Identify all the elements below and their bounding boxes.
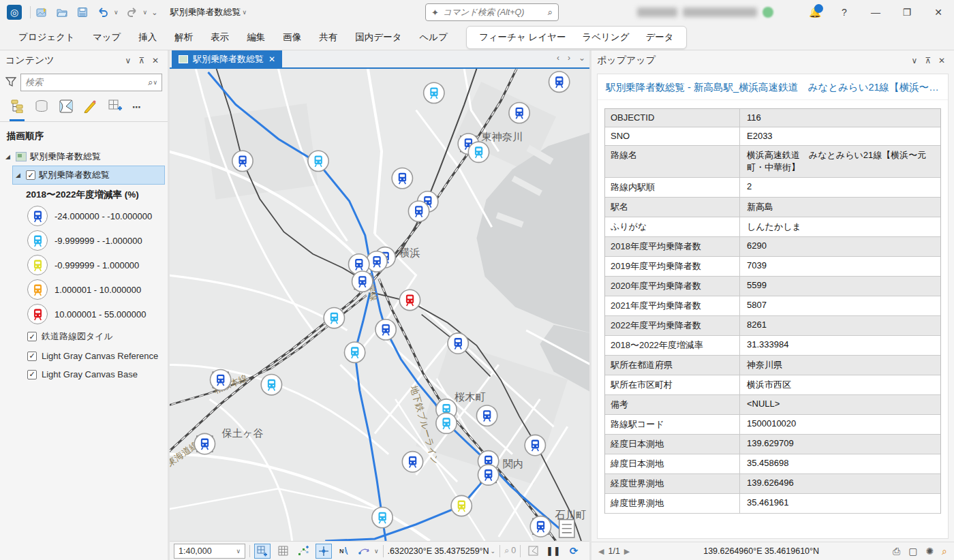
layer-checkbox[interactable]: ✓	[27, 352, 37, 361]
station-marker[interactable]	[451, 495, 472, 516]
undo-dropdown-icon[interactable]: ∨	[114, 9, 119, 16]
redo-dropdown-icon[interactable]: ∨	[143, 9, 148, 16]
station-marker[interactable]	[210, 369, 230, 390]
flash-feature-icon[interactable]: ✺	[925, 546, 934, 557]
station-marker-selected[interactable]	[399, 290, 420, 310]
pane-menu-chevron-icon[interactable]: ∨	[908, 56, 921, 65]
station-marker[interactable]	[476, 405, 497, 426]
station-marker[interactable]	[308, 151, 328, 171]
magnifier-icon[interactable]: ⌕	[942, 546, 947, 557]
contextual-tab-ラベリング[interactable]: ラベリング	[574, 28, 637, 47]
pin-icon[interactable]: ⊼	[921, 56, 935, 65]
tab-scroll-right-icon[interactable]: ›	[568, 53, 570, 63]
tool-dropdown-icon[interactable]: ∨	[374, 548, 379, 555]
tree-layer-selected[interactable]: ◢ ✓ 駅別乗降者数総覧	[12, 166, 165, 185]
tree-map-group[interactable]: ◢ 駅別乗降者数総覧	[3, 148, 165, 166]
select-tool-icon[interactable]	[525, 544, 541, 559]
station-marker[interactable]	[408, 201, 429, 221]
coords-dropdown-icon[interactable]: ⌄	[491, 548, 496, 555]
redo-icon[interactable]	[125, 5, 139, 19]
station-marker[interactable]	[261, 375, 281, 395]
restore-button[interactable]: ❐	[891, 0, 923, 25]
layer-checkbox[interactable]: ✓	[27, 370, 37, 379]
tab-new-layout[interactable]	[108, 99, 123, 121]
station-marker[interactable]	[468, 142, 489, 162]
ribbon-tab-プロジェクト[interactable]: プロジェクト	[10, 27, 84, 48]
station-marker[interactable]	[232, 151, 253, 171]
minimize-button[interactable]: —	[860, 0, 891, 25]
ribbon-tab-マップ[interactable]: マップ	[84, 27, 129, 48]
station-marker[interactable]	[424, 82, 444, 103]
layer-row[interactable]: ✓鉄道路線図タイル	[3, 326, 165, 347]
expander-icon[interactable]: ◢	[16, 172, 22, 178]
station-marker[interactable]	[549, 72, 570, 92]
station-marker[interactable]	[324, 308, 344, 328]
legend-item[interactable]: -0.999999 - 1.000000	[3, 253, 165, 277]
scale-select[interactable]: 1:40,000 ∨	[174, 544, 245, 559]
station-marker[interactable]	[372, 508, 393, 528]
ribbon-tab-表示[interactable]: 表示	[202, 27, 238, 48]
close-pane-icon[interactable]: ✕	[935, 56, 949, 65]
search-icon[interactable]: ⌕	[148, 77, 153, 88]
ribbon-tab-解析[interactable]: 解析	[166, 27, 202, 48]
layer-row[interactable]: ✓Light Gray Canvas Base	[3, 365, 165, 384]
tab-list-by-drawing-order[interactable]	[10, 99, 25, 121]
north-arrow-icon[interactable]: N	[336, 544, 352, 559]
tab-list-icon[interactable]: ⌄	[579, 53, 585, 63]
command-search-box[interactable]: ✦ コマンド検索 (Alt+Q) ⌕	[425, 3, 559, 21]
map-view-tab[interactable]: 駅別乗降者数総覧 ✕	[172, 50, 282, 67]
legend-item[interactable]: -24.000000 - -10.000000	[3, 204, 165, 228]
station-marker[interactable]	[392, 168, 412, 188]
close-button[interactable]: ✕	[923, 0, 954, 25]
next-feature-icon[interactable]: ▶	[624, 547, 630, 556]
grid-icon[interactable]	[275, 544, 291, 559]
contextual-tab-データ[interactable]: データ	[638, 28, 682, 47]
help-button[interactable]: ?	[829, 0, 860, 25]
station-marker[interactable]	[367, 251, 387, 272]
layer-checkbox[interactable]: ✓	[27, 332, 37, 341]
ribbon-tab-共有[interactable]: 共有	[310, 27, 346, 48]
ribbon-tab-挿入[interactable]: 挿入	[129, 27, 166, 48]
station-marker[interactable]	[344, 342, 365, 362]
station-marker[interactable]	[525, 435, 545, 455]
ribbon-tab-ヘルプ[interactable]: ヘルプ	[411, 27, 457, 48]
close-tab-icon[interactable]: ✕	[268, 55, 275, 64]
tab-scroll-left-icon[interactable]: ‹	[557, 53, 559, 63]
undo-icon[interactable]	[96, 5, 110, 19]
print-icon[interactable]: ⎙	[893, 546, 900, 557]
notifications-bell-icon[interactable]: 🔔	[801, 6, 829, 18]
layer-row[interactable]: ✓Light Gray Canvas Reference	[3, 347, 165, 365]
prev-feature-icon[interactable]: ◀	[598, 547, 604, 556]
save-project-icon[interactable]	[76, 5, 89, 19]
selection-count-icon[interactable]: ⌕0	[504, 546, 516, 556]
search-dropdown-icon[interactable]: ∨	[153, 79, 157, 86]
contents-search-input[interactable]: 検索 ⌕ ∨	[20, 74, 162, 91]
edit-vertices-icon[interactable]	[295, 544, 311, 559]
filter-funnel-icon[interactable]	[5, 76, 16, 89]
station-marker[interactable]	[436, 413, 457, 433]
station-marker[interactable]	[530, 516, 551, 537]
zoom-to-feature-icon[interactable]: ▢	[908, 546, 917, 557]
tab-list-by-selection[interactable]	[59, 99, 74, 121]
layer-checkbox[interactable]: ✓	[26, 170, 35, 180]
station-marker[interactable]	[194, 433, 215, 454]
ribbon-tab-編集[interactable]: 編集	[238, 27, 274, 48]
tab-list-by-editing[interactable]	[83, 99, 98, 121]
layout-grid-toggle-icon[interactable]	[254, 544, 271, 559]
rotate-tool-icon[interactable]	[356, 544, 373, 559]
new-project-icon[interactable]	[35, 5, 48, 19]
legend-item[interactable]: -9.999999 - -1.000000	[3, 228, 165, 253]
tab-list-by-data-source[interactable]	[34, 99, 49, 121]
map-canvas[interactable]: 東神奈川横浜桜木町関内石川町保土ヶ谷相鉄本線東海道線根岸線地下鉄ブルーライン	[170, 69, 589, 541]
ribbon-tab-画像[interactable]: 画像	[274, 27, 310, 48]
legend-item[interactable]: 10.000001 - 55.000000	[3, 302, 165, 326]
contextual-tab-フィーチャ レイヤー[interactable]: フィーチャ レイヤー	[471, 28, 574, 47]
pin-icon[interactable]: ⊼	[135, 56, 149, 65]
expander-icon[interactable]: ◢	[5, 153, 12, 160]
feature-title-link[interactable]: 駅別乗降者数総覧 - 新高島駅_横浜高速鉄道 みなとみらい21線【横浜〜元町..…	[598, 74, 948, 100]
pause-drawing-icon[interactable]: ❚❚	[545, 544, 561, 559]
close-pane-icon[interactable]: ✕	[149, 56, 162, 65]
pane-menu-chevron-icon[interactable]: ∨	[121, 56, 135, 65]
refresh-icon[interactable]: ⟳	[566, 544, 582, 559]
station-marker[interactable]	[375, 320, 396, 340]
